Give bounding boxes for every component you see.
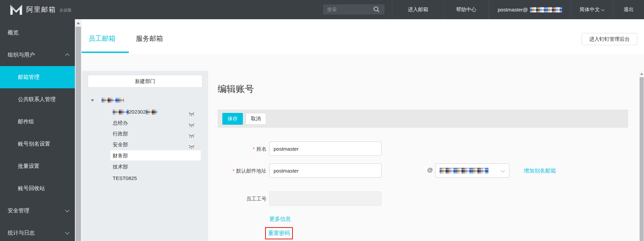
search-icon[interactable]	[373, 6, 380, 13]
account-domain-redacted	[530, 7, 562, 12]
sidebar-item-label: 邮箱管理	[18, 74, 39, 80]
chevron-down-icon	[65, 208, 69, 212]
new-department-button[interactable]: 新建部门	[88, 75, 202, 88]
email-local-part-input[interactable]	[269, 163, 382, 178]
tree-node-redacted-0[interactable]: 202302	[110, 107, 201, 117]
tree-node-label: 行政部	[113, 131, 128, 137]
language-label: 简体中文	[580, 6, 600, 13]
help-center-label: 帮助中心	[456, 6, 476, 13]
sidebar-item-3[interactable]: 公共联系人管理	[0, 88, 75, 111]
chevron-down-icon	[501, 168, 505, 173]
sidebar-item-label: 概览	[8, 30, 19, 35]
name-field-label: *姓名	[202, 146, 267, 152]
sidebar-item-label: 公共联系人管理	[18, 96, 56, 102]
chevron-down-icon	[601, 7, 605, 11]
sidebar-item-6[interactable]: 批量设置	[0, 155, 75, 177]
tree-node-TEST0825[interactable]: TEST0825	[110, 173, 201, 183]
tree-root-node[interactable]	[82, 96, 208, 105]
topbar-nav: 进入邮箱 帮助中心 postmaster@ 简体中文 退出	[392, 0, 644, 19]
sidebar-item-label: 统计与日志	[8, 230, 35, 236]
sidebar-item-label: 邮件组	[18, 119, 34, 124]
more-info-link[interactable]: 更多信息	[269, 216, 291, 223]
sidebar-item-label: 组织与用户	[8, 52, 35, 58]
sidebar-item-label: 账号别名设置	[18, 141, 50, 147]
sidebar: 概览组织与用户邮箱管理公共联系人管理邮件组账号别名设置批量设置账号回收站安全管理…	[0, 19, 75, 241]
logout-button[interactable]: 退出	[613, 0, 644, 19]
root-name-redacted	[102, 98, 124, 103]
topbar-search[interactable]	[323, 4, 385, 14]
logo-badge: 企业版	[59, 6, 72, 13]
reset-password-link[interactable]: 重置密码	[268, 230, 290, 237]
language-menu[interactable]: 简体中文	[571, 0, 613, 19]
scrollbar-thumb[interactable]	[76, 27, 81, 241]
form-toolbar	[218, 110, 628, 128]
dingtalk-admin-button[interactable]: 进入钉钉管理后台	[582, 33, 637, 45]
tree-node-安全部[interactable]: 安全部	[110, 139, 201, 149]
sidebar-item-1[interactable]: 组织与用户	[0, 44, 75, 66]
sidebar-item-2[interactable]: 邮箱管理	[0, 66, 75, 88]
tree-node-label: 总经办	[113, 120, 128, 126]
tree-node-label: 202302	[129, 109, 146, 115]
domain-select[interactable]	[435, 163, 509, 178]
sidebar-item-0[interactable]: 概览	[0, 22, 75, 44]
scrollbar-thumb[interactable]	[640, 77, 644, 241]
sidebar-item-4[interactable]: 邮件组	[0, 111, 75, 133]
employee-id-label: 员工工号	[202, 196, 267, 202]
cancel-button[interactable]: 取消	[246, 113, 266, 125]
content-scrollbar[interactable]	[639, 71, 644, 241]
account-prefix-label: postmaster@	[498, 7, 528, 12]
sidebar-item-5[interactable]: 账号别名设置	[0, 133, 75, 155]
required-asterisk: *	[233, 168, 234, 174]
page-title: 编辑账号	[218, 83, 254, 95]
add-alias-link[interactable]: 增加别名邮箱	[524, 168, 556, 175]
name-label-text: 姓名	[256, 146, 267, 152]
chevron-up-icon	[65, 53, 69, 58]
tree-node-财务部[interactable]: 财务部	[110, 150, 201, 160]
reset-password-annotation-box: 重置密码	[265, 227, 293, 239]
caret-down-icon[interactable]	[91, 99, 94, 101]
main-header: 员工邮箱 服务邮箱 进入钉钉管理后台	[82, 19, 644, 54]
required-asterisk: *	[253, 146, 255, 152]
enter-mailbox-link[interactable]: 进入邮箱	[392, 0, 444, 19]
enter-mailbox-label: 进入邮箱	[408, 6, 428, 13]
alimail-logo-icon	[9, 5, 23, 15]
save-button[interactable]: 保存	[222, 113, 243, 125]
tree-node-技术部[interactable]: 技术部	[110, 161, 201, 172]
scroll-up-arrow-icon[interactable]	[77, 22, 80, 24]
tree-node-行政部[interactable]: 行政部	[110, 128, 201, 139]
chevron-down-icon	[65, 230, 69, 235]
logo: 阿里邮箱 企业版	[9, 0, 72, 19]
account-menu[interactable]: postmaster@	[488, 0, 571, 19]
sidebar-item-8[interactable]: 安全管理	[0, 200, 75, 222]
domain-redacted	[440, 168, 488, 174]
sidebar-item-7[interactable]: 账号回收站	[0, 177, 75, 200]
help-center-link[interactable]: 帮助中心	[444, 0, 488, 19]
tree-node-label: 安全部	[113, 142, 128, 147]
sidebar-scrollbar[interactable]	[75, 19, 82, 241]
at-symbol: @	[427, 167, 433, 174]
email-field-label: *默认邮件地址	[202, 168, 267, 174]
logout-label: 退出	[624, 6, 634, 13]
email-label-text: 默认邮件地址	[236, 168, 267, 174]
department-tree-panel: 新建部门 202302总经办行政部安全部财务部技术部TEST0825	[82, 71, 208, 241]
node-name-redacted	[113, 110, 129, 115]
name-input[interactable]	[269, 142, 382, 156]
sidebar-item-label: 账号回收站	[18, 185, 45, 191]
active-tab-underline	[82, 52, 129, 53]
employee-id-input	[269, 191, 382, 206]
tree-node-label: 财务部	[113, 153, 128, 158]
tab-employee-mailbox[interactable]: 员工邮箱	[88, 34, 115, 43]
tab-service-mailbox[interactable]: 服务邮箱	[136, 34, 163, 43]
employee-id-label-text: 员工工号	[246, 196, 267, 202]
scroll-up-arrow-icon[interactable]	[640, 73, 643, 75]
topbar: 阿里邮箱 企业版 进入邮箱 帮助中心 postmaster@ 简体中文 退出	[0, 0, 644, 19]
logo-text: 阿里邮箱	[26, 5, 56, 14]
tree-node-总经办[interactable]: 总经办	[110, 118, 201, 128]
tree-node-label: TEST0825	[113, 175, 137, 181]
sidebar-item-label: 批量设置	[18, 163, 39, 169]
tree-node-label: 技术部	[113, 164, 128, 170]
node-name-redacted	[146, 110, 157, 115]
sidebar-item-label: 安全管理	[8, 208, 29, 213]
sidebar-item-9[interactable]: 统计与日志	[0, 222, 75, 241]
